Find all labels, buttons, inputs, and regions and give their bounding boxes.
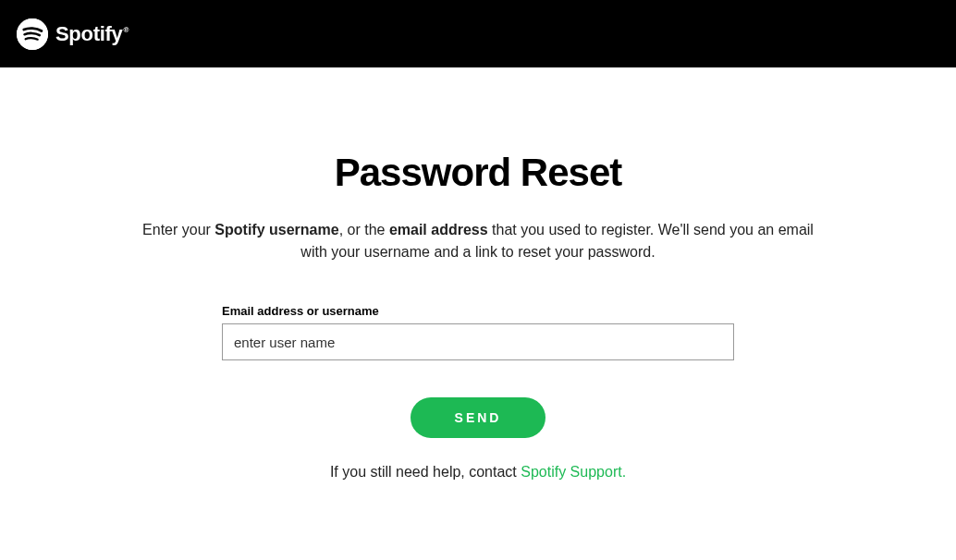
spotify-icon [17,18,48,50]
input-label: Email address or username [222,304,734,318]
page-title: Password Reset [0,151,956,195]
help-text: If you still need help, contact Spotify … [0,464,956,481]
brand-logo[interactable]: Spotify® [17,18,129,50]
header: Spotify® [0,0,956,67]
main-content: Password Reset Enter your Spotify userna… [0,67,956,481]
send-button[interactable]: SEND [411,397,546,438]
reset-form: Email address or username [222,304,734,360]
support-link[interactable]: Spotify Support. [521,464,626,480]
username-input[interactable] [222,323,734,360]
page-subtitle: Enter your Spotify username, or the emai… [136,219,820,263]
brand-name: Spotify® [55,22,129,46]
